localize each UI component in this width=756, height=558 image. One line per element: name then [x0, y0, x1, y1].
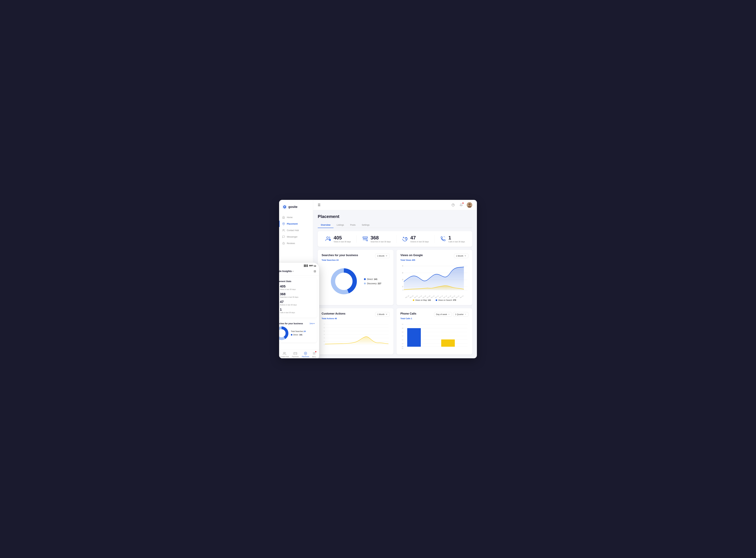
tab-posts[interactable]: Posts	[347, 222, 359, 228]
svg-point-21	[468, 203, 471, 205]
mobile-nav-contact-hub[interactable]: Contact Hub	[280, 352, 289, 357]
searches-chart-card: Searches for your business 1 Month Total…	[318, 250, 393, 305]
sidebar-item-placement[interactable]: Placement	[279, 221, 313, 227]
placement-icon	[282, 223, 285, 225]
svg-rect-72	[441, 339, 455, 347]
svg-text:1.4: 1.4	[402, 335, 403, 337]
stat-calls-text: 1 Calls in last 30 days	[448, 235, 465, 243]
contact-hub-icon	[282, 229, 285, 232]
sidebar-item-reviews[interactable]: Reviews	[279, 240, 313, 247]
svg-point-26	[366, 239, 367, 241]
legend-direct: Direct: 141	[364, 278, 382, 280]
searches-chart-subtitle: Total Searches 24	[321, 259, 390, 261]
searches-period-dropdown[interactable]: 1 Month	[375, 254, 390, 258]
direct-label: Direct: 141	[367, 278, 377, 280]
svg-point-16	[283, 223, 284, 224]
svg-text:10: 10	[402, 285, 403, 287]
svg-text:0: 0	[402, 289, 403, 291]
stat-searches-label: Searches in last 30 days	[371, 241, 391, 243]
stat-views: 405 Views in last 30 days	[325, 235, 351, 243]
svg-text:1.8: 1.8	[402, 327, 403, 329]
home-label: Home	[287, 216, 292, 219]
sidebar-item-home[interactable]: Home	[279, 214, 313, 221]
map-legend-label: Views on Map: 141	[415, 299, 431, 301]
views-period-dropdown[interactable]: 1 Month	[454, 254, 468, 258]
tabs-bar: Overview Listings Posts Settings	[318, 222, 472, 228]
battery-icon: ▬	[314, 264, 316, 267]
donut-container: Direct: 141 Discovery: 227	[321, 264, 390, 298]
mobile-stat-actions: 47 Actions in last 30 days	[279, 300, 314, 306]
help-button[interactable]	[451, 202, 455, 207]
stat-actions-label: Actions in last 30 days	[410, 241, 429, 243]
svg-rect-25	[363, 237, 367, 238]
top-header: ☰	[313, 200, 477, 210]
sidebar-item-contact-hub[interactable]: Contact Hub	[279, 227, 313, 233]
dayofweek-chevron	[448, 313, 450, 315]
tab-overview[interactable]: Overview	[318, 222, 334, 228]
mobile-stat-searches-text: 368 Searches in last 30 days	[280, 292, 298, 298]
mobile-dropdown-arrow[interactable]: ▾	[292, 270, 293, 272]
phone-calls-title: Phone Calls	[400, 312, 416, 315]
svg-text:6: 6	[324, 327, 324, 328]
mobile-section-title: Placement Stats	[279, 280, 314, 283]
views-chart-subtitle: Total Views 405	[400, 259, 468, 261]
stat-actions: 47 Actions in last 30 days	[402, 235, 429, 243]
quarter-dropdown[interactable]: 1 Quarter	[453, 312, 468, 316]
mobile-nav-placement[interactable]: Placement	[302, 352, 309, 357]
svg-text:2.0: 2.0	[402, 324, 403, 325]
svg-text:30: 30	[402, 272, 403, 274]
svg-point-6	[279, 330, 285, 337]
mobile-stat-actions-text: 47 Actions in last 30 days	[280, 300, 297, 306]
mobile-period-btn[interactable]: 1mo▾	[310, 323, 314, 325]
day-of-week-dropdown[interactable]: Day of week	[434, 312, 452, 316]
line-chart-legend: Views on Map: 141 Views on Search: 379	[400, 299, 468, 301]
home-icon	[282, 216, 285, 219]
stat-calls-icon	[440, 236, 446, 242]
direct-dot	[364, 278, 366, 280]
views-chart-header: Views on Google 1 Month	[400, 254, 468, 258]
sidebar-item-messenger[interactable]: Messenger	[279, 233, 313, 240]
tab-settings[interactable]: Settings	[359, 222, 373, 228]
stat-searches-number: 368	[371, 235, 391, 241]
mobile-actions-number: 47	[280, 300, 297, 304]
stat-calls-label: Calls in last 30 days	[448, 241, 465, 243]
donut-legend: Direct: 141 Discovery: 227	[364, 278, 382, 285]
search-legend-label: Views on Search: 379	[438, 299, 456, 301]
stat-calls-number: 1	[448, 235, 465, 241]
phone-calls-dropdowns: Day of week 1 Quarter	[434, 312, 468, 316]
mobile-direct-stat: Direct: 141	[291, 334, 306, 336]
svg-text:0.8: 0.8	[402, 346, 403, 348]
hamburger-button[interactable]: ☰	[318, 203, 320, 207]
svg-point-27	[406, 238, 407, 240]
mobile-status-bar: 9:41 ▌▌▌ WiFi ▬	[279, 262, 319, 268]
mobile-nav-menu[interactable]: Menu	[312, 352, 316, 358]
svg-text:1: 1	[324, 344, 324, 345]
placement-label: Placement	[287, 223, 298, 225]
stat-actions-text: 47 Actions in last 30 days	[410, 235, 429, 243]
mobile-stat-calls: 1 Calls in last 30 days	[279, 308, 314, 313]
mobile-searches-title: Searches for your business	[279, 322, 303, 325]
svg-text:7: 7	[324, 324, 324, 325]
svg-rect-8	[294, 352, 297, 355]
mobile-nav-menu-wrapper	[312, 352, 316, 355]
quarter-chevron	[465, 313, 466, 315]
user-avatar[interactable]	[467, 202, 472, 208]
mobile-filter-icon[interactable]: ⊟	[314, 270, 316, 273]
stat-views-number: 405	[334, 235, 351, 241]
mobile-status-icons: ▌▌▌ WiFi ▬	[304, 264, 316, 267]
reviews-icon	[282, 242, 285, 245]
customer-actions-title: Customer Actions	[321, 312, 345, 315]
tab-listings[interactable]: Listings	[334, 222, 347, 228]
svg-point-23	[327, 237, 329, 239]
svg-rect-71	[407, 328, 421, 347]
bar-chart-container: 2.0 1.8 1.6 1.4 1.2 1.0 0.8 0.6	[400, 323, 468, 351]
mobile-stat-views: 405 Views in last 30 days	[279, 284, 314, 290]
mobile-nav-payments[interactable]: Payments	[292, 352, 299, 357]
views-chart-card: Views on Google 1 Month Total Views 405	[396, 250, 472, 305]
logo-text: gosite	[288, 205, 297, 209]
customer-actions-dropdown[interactable]: 1 Month	[375, 312, 390, 316]
customer-actions-card: Customer Actions 1 Month Total Actions 4…	[318, 308, 393, 354]
notification-button[interactable]	[459, 202, 464, 207]
stat-calls: 1 Calls in last 30 days	[440, 235, 465, 243]
svg-text:1.6: 1.6	[402, 331, 403, 333]
